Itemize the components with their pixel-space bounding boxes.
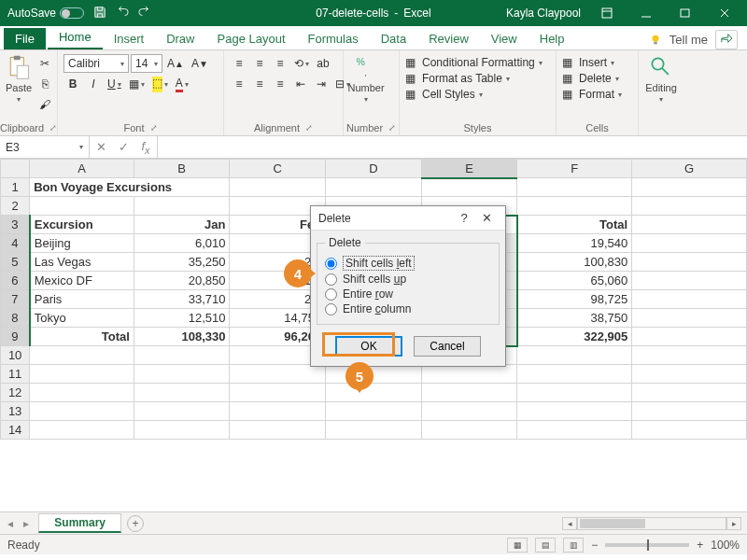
cell[interactable]: Jan	[134, 216, 230, 234]
cell[interactable]	[326, 384, 422, 402]
col-header[interactable]: E	[421, 160, 517, 178]
dialog-ok-button[interactable]: OK	[335, 336, 402, 357]
col-header[interactable]: A	[30, 160, 134, 178]
row-header[interactable]: 1	[1, 178, 30, 197]
minimize-icon[interactable]	[627, 0, 665, 26]
orientation-icon[interactable]: ⟲	[291, 54, 312, 73]
cell[interactable]: 65,060	[517, 272, 632, 290]
font-name-select[interactable]: Calibri▾	[63, 54, 129, 73]
col-header[interactable]: F	[517, 160, 632, 178]
fill-color-icon[interactable]: ⬚	[149, 75, 171, 93]
dialog-cancel-button[interactable]: Cancel	[414, 336, 481, 357]
cell[interactable]	[632, 216, 747, 234]
cell[interactable]: Paris	[30, 290, 134, 309]
cell[interactable]: Beijing	[30, 234, 134, 253]
add-sheet-icon[interactable]: +	[127, 515, 144, 532]
col-header[interactable]: C	[230, 160, 326, 178]
dialog-help-icon[interactable]: ?	[453, 211, 475, 225]
hscroll-left-icon[interactable]: ◂	[562, 517, 577, 530]
align-middle-icon[interactable]: ≡	[250, 54, 269, 73]
cell[interactable]	[30, 365, 134, 384]
cell[interactable]	[632, 384, 747, 402]
align-left-icon[interactable]: ≡	[230, 75, 248, 93]
row-header[interactable]: 6	[1, 272, 30, 290]
user-name[interactable]: Kayla Claypool	[506, 7, 581, 20]
row-header[interactable]: 2	[1, 197, 30, 216]
row-header[interactable]: 8	[1, 309, 30, 328]
tab-formulas[interactable]: Formulas	[297, 28, 370, 49]
cell[interactable]	[134, 346, 230, 365]
dialog-option[interactable]: Entire row	[325, 287, 491, 301]
cell[interactable]	[30, 346, 134, 365]
tab-help[interactable]: Help	[529, 28, 576, 49]
increase-font-icon[interactable]: A▲	[164, 54, 187, 73]
cell[interactable]	[230, 365, 326, 384]
tab-view[interactable]: View	[480, 28, 529, 49]
italic-button[interactable]: I	[84, 75, 103, 93]
zoom-slider[interactable]	[605, 543, 689, 547]
cell[interactable]	[632, 290, 747, 309]
cell[interactable]	[632, 421, 747, 440]
delete-cells-button[interactable]: ▦Delete▾	[562, 72, 619, 85]
cell[interactable]	[517, 421, 632, 440]
borders-icon[interactable]: ▦	[126, 75, 148, 93]
cell[interactable]: 35,250	[134, 253, 230, 272]
cell[interactable]	[230, 402, 326, 421]
cell[interactable]	[134, 365, 230, 384]
row-header[interactable]: 14	[1, 421, 30, 440]
cell[interactable]: 12,510	[134, 309, 230, 328]
cell[interactable]	[421, 384, 517, 402]
col-header[interactable]: D	[326, 160, 422, 178]
copy-icon[interactable]: ⎘	[35, 75, 54, 93]
cell-styles-button[interactable]: ▦Cell Styles▾	[405, 88, 483, 101]
cut-icon[interactable]: ✂	[35, 54, 54, 73]
cell[interactable]	[421, 365, 517, 384]
sheet-tab-summary[interactable]: Summary	[38, 513, 121, 533]
cell[interactable]	[517, 402, 632, 421]
dialog-close-icon[interactable]: ✕	[475, 211, 498, 225]
page-break-view-icon[interactable]: ▥	[563, 538, 584, 553]
zoom-in-icon[interactable]: +	[697, 539, 703, 552]
cell[interactable]: 38,750	[517, 309, 632, 328]
cell[interactable]: Tokyo	[30, 309, 134, 328]
redo-icon[interactable]	[138, 6, 151, 21]
radio-icon[interactable]	[325, 273, 337, 286]
decrease-font-icon[interactable]: A▼	[189, 54, 211, 73]
maximize-icon[interactable]	[667, 0, 704, 26]
tab-page-layout[interactable]: Page Layout	[206, 28, 297, 49]
cell[interactable]	[30, 197, 134, 216]
format-cells-button[interactable]: ▦Format▾	[562, 88, 622, 101]
cell[interactable]	[326, 402, 422, 421]
row-header[interactable]: 13	[1, 402, 30, 421]
cell[interactable]	[421, 402, 517, 421]
cell[interactable]	[632, 253, 747, 272]
cell[interactable]: 100,830	[517, 253, 632, 272]
tab-review[interactable]: Review	[417, 28, 480, 49]
hscroll-right-icon[interactable]: ▸	[726, 517, 741, 530]
font-size-select[interactable]: 14▾	[131, 54, 162, 73]
indent-inc-icon[interactable]: ⇥	[312, 75, 331, 93]
cell[interactable]	[632, 272, 747, 290]
editing-button[interactable]: Editing▾	[644, 54, 678, 104]
cell[interactable]	[421, 178, 517, 197]
cell[interactable]	[30, 402, 134, 421]
cell[interactable]	[30, 421, 134, 440]
row-header[interactable]: 3	[1, 216, 30, 234]
cell[interactable]	[632, 234, 747, 253]
tab-file[interactable]: File	[4, 28, 46, 49]
format-as-table-button[interactable]: ▦Format as Table▾	[405, 72, 510, 85]
radio-icon[interactable]	[325, 303, 337, 315]
align-top-icon[interactable]: ≡	[230, 54, 248, 73]
clipboard-launcher-icon[interactable]: ⤢	[49, 123, 57, 133]
alignment-launcher-icon[interactable]: ⤢	[305, 123, 313, 133]
align-center-icon[interactable]: ≡	[250, 75, 269, 93]
tell-me[interactable]: Tell me	[669, 33, 708, 47]
tab-home[interactable]: Home	[48, 26, 103, 49]
cell[interactable]	[230, 178, 326, 197]
hscrollbar[interactable]	[577, 517, 726, 530]
formula-cancel-icon[interactable]: ✕	[90, 140, 112, 154]
cell[interactable]	[632, 328, 747, 346]
cell[interactable]	[230, 421, 326, 440]
underline-button[interactable]: U	[105, 75, 124, 93]
radio-icon[interactable]	[325, 288, 337, 301]
